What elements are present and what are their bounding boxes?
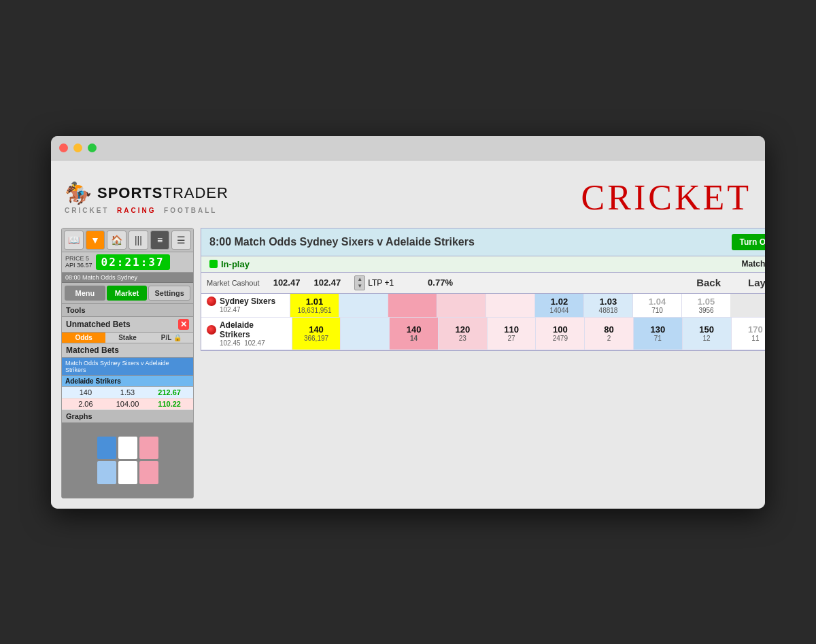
ltp-up-arrow[interactable]: ▲ (355, 276, 364, 283)
lay-label: Lay (748, 277, 765, 288)
logo-sports: SPORTS (97, 184, 163, 201)
logo-text: SPORTSTRADER (97, 184, 228, 202)
cashout-value1: 102.47 (273, 277, 301, 288)
bars-icon-btn[interactable]: ||| (129, 231, 148, 250)
adelaide-back-f4[interactable]: 170 11 (731, 318, 765, 350)
logo-area: 🏇 SPORTSTRADER cricket RAcING FOOTBALL (65, 180, 228, 214)
ltp-down-arrow[interactable]: ▼ (355, 283, 364, 290)
team-row-0: Sydney Sixers 102.47 1.01 18,631,951 (201, 294, 765, 318)
close-unmatched-button[interactable]: ✕ (178, 319, 189, 330)
app-body: 🏇 SPORTSTRADER cricket RAcING FOOTBALL C… (51, 160, 765, 509)
settings-button[interactable]: Settings (148, 286, 190, 301)
back-6-vol: 710 (651, 307, 663, 314)
market-button[interactable]: Market (107, 286, 148, 301)
adelaide-back-2[interactable] (340, 318, 389, 350)
matched-pl-0: 212.67 (148, 388, 190, 396)
back-odds-7-0[interactable]: 1.05 3956 (681, 294, 730, 317)
back-odds-6-0[interactable]: 1.04 710 (632, 294, 681, 317)
red-ball-icon-1 (207, 325, 216, 335)
book-icon-btn[interactable]: 📖 (64, 231, 84, 250)
filter-icon-btn[interactable]: ▼ (86, 231, 105, 250)
unmatched-header: Unmatched Bets ✕ (62, 317, 193, 333)
team-info-1: Adelaide Strikers 102.45 102.47 (201, 318, 292, 350)
team-ball-0: Sydney Sixers (207, 296, 284, 306)
stake-col-header: Stake (105, 333, 149, 343)
graphs-area (62, 423, 193, 498)
abf4-val: 170 (748, 324, 763, 335)
graphs-header: Graphs (62, 410, 193, 423)
team-price-0: 102.47 (220, 306, 284, 313)
adelaide-lay-3[interactable]: 100 2479 (535, 318, 584, 350)
left-panel: 📖 ▼ 🏠 ||| ≡ ☰ PRICE 5 API 36.57 (61, 228, 194, 498)
close-dot[interactable] (59, 143, 68, 152)
matched-stake-1: 104.00 (107, 400, 149, 408)
adelaide-back-f3[interactable]: 150 12 (682, 318, 731, 350)
lay-odds-2-0[interactable] (486, 294, 534, 317)
matched-odds-0: 140 (65, 388, 107, 396)
al2-vol: 27 (508, 335, 515, 342)
ltp-arrows[interactable]: ▲ ▼ (354, 275, 365, 290)
abf2-val: 130 (651, 324, 666, 335)
graph-cell-5 (139, 461, 158, 484)
minimize-dot[interactable] (73, 143, 82, 152)
team-info-0: Sydney Sixers 102.47 (201, 294, 290, 317)
in-play-indicator: In-play (209, 259, 250, 269)
matched-bet-row-0: 140 1.53 212.67 (62, 387, 193, 399)
al1-val: 120 (455, 324, 470, 335)
back-odds-5-0[interactable]: 1.03 48818 (583, 294, 632, 317)
adelaide-lay-1[interactable]: 120 23 (438, 318, 487, 350)
lay-odds-1-0[interactable] (437, 294, 486, 317)
cashout-label: Market Cashout (207, 279, 260, 287)
tools-header: Tools (62, 304, 193, 317)
back-odds-yellow-0[interactable]: 1.01 18,631,951 (290, 294, 339, 317)
nav-buttons: Menu Market Settings (62, 283, 193, 304)
adelaide-lay-0[interactable]: 140 14 (389, 318, 438, 350)
back-5-val: 1.03 (600, 296, 617, 307)
back-odds-4-0[interactable]: 1.02 14044 (534, 294, 583, 317)
horse-icon: 🏇 (65, 180, 92, 206)
matched-pl-1: 110.22 (148, 400, 190, 408)
adelaide-back-f2[interactable]: 130 71 (633, 318, 682, 350)
titlebar (51, 136, 765, 160)
back-odds-3-0[interactable] (339, 294, 388, 317)
match-sub-bar: In-play Matched 18,998,149 (201, 256, 765, 273)
matched-bet-row-1: 2.06 104.00 110.22 (62, 399, 193, 410)
logo-football: FOOTBALL (164, 207, 217, 214)
abf4-vol: 11 (751, 335, 759, 342)
list-icon-btn[interactable]: ≡ (150, 231, 170, 250)
ltp-label: LTP +1 (368, 278, 394, 288)
graph-cell-2 (139, 437, 158, 460)
back-odds-yellow-val: 1.01 (306, 296, 323, 307)
back-odds-yellow-1[interactable]: 140 366,197 (292, 318, 341, 350)
header-row: 🏇 SPORTSTRADER cricket RAcING FOOTBALL C… (61, 171, 755, 224)
adelaide-lay-4[interactable]: 80 2 (584, 318, 633, 350)
ltp-area: ▲ ▼ LTP +1 (354, 275, 394, 290)
cashout-value2: 102.47 (313, 277, 341, 288)
adelaide-lay-2[interactable]: 110 27 (487, 318, 536, 350)
lay-odds-0-0[interactable] (388, 294, 437, 317)
toolbar: 📖 ▼ 🏠 ||| ≡ ☰ (62, 228, 193, 252)
matched-header: Matched Bets (62, 343, 193, 358)
abf2-vol: 71 (654, 335, 662, 342)
menu-icon-btn[interactable]: ☰ (171, 231, 191, 250)
al3-vol: 2479 (553, 335, 568, 342)
team-name-0: Sydney Sixers (220, 296, 275, 306)
in-play-dot (209, 260, 218, 268)
home-icon-btn[interactable]: 🏠 (107, 231, 126, 250)
al4-val: 80 (604, 324, 613, 335)
logo-subtitle: cricket RAcING FOOTBALL (65, 207, 217, 214)
al1-vol: 23 (459, 335, 466, 342)
one-click-button[interactable]: Turn One-Click ON (732, 234, 765, 250)
abf3-val: 150 (699, 324, 714, 335)
price-info: PRICE 5 API 36.57 (65, 255, 92, 269)
logo-image: 🏇 SPORTSTRADER (65, 180, 228, 206)
menu-button[interactable]: Menu (65, 286, 105, 301)
graph-cell-1 (118, 437, 137, 460)
unmatched-label: Unmatched Bets (66, 320, 131, 329)
page-title: CRICKET (581, 177, 751, 218)
logo-trader: TRADER (163, 184, 228, 201)
back-4-vol: 14044 (550, 307, 569, 314)
bet-columns: Odds Stake P/L 🔒 (62, 333, 193, 343)
maximize-dot[interactable] (88, 143, 97, 152)
pl-col-header: P/L 🔒 (150, 333, 193, 343)
